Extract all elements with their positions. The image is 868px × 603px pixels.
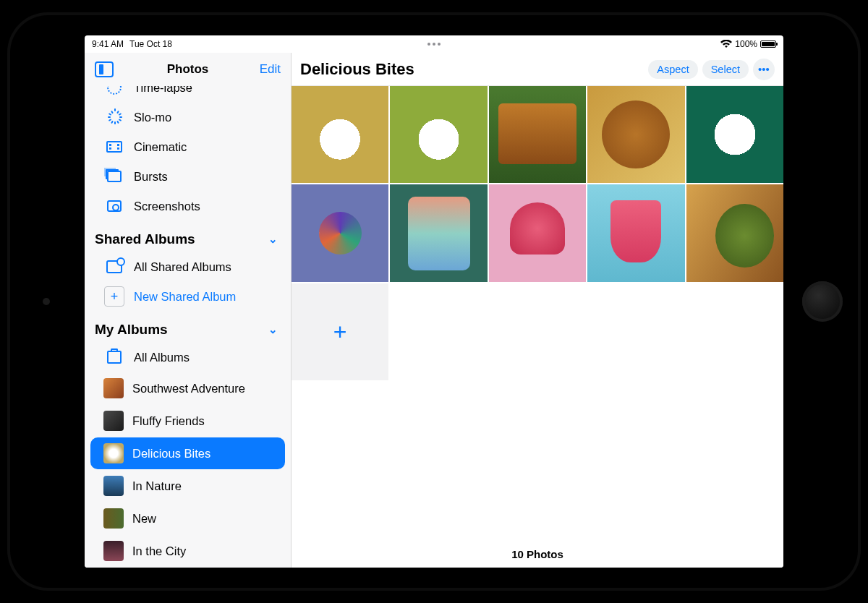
sidebar-item-new-shared[interactable]: + New Shared Album <box>90 282 285 311</box>
main-content: Delicious Bites Aspect Select ••• <box>292 53 783 568</box>
photo-tile[interactable] <box>587 184 684 281</box>
chevron-down-icon: ⌄ <box>268 233 278 246</box>
section-label: My Albums <box>95 322 168 338</box>
sidebar-item-label: Screenshots <box>134 200 200 213</box>
sidebar-item-label: Southwest Adventure <box>132 382 245 395</box>
my-albums-header[interactable]: My Albums ⌄ <box>85 312 291 342</box>
shared-albums-icon <box>106 260 122 273</box>
battery-percent: 100% <box>735 39 757 49</box>
sidebar-item-cinematic[interactable]: Cinematic <box>90 132 285 161</box>
edit-button[interactable]: Edit <box>260 62 281 77</box>
sidebar-header: Photos Edit <box>85 53 291 86</box>
cinematic-icon <box>106 141 122 153</box>
status-date: Tue Oct 18 <box>129 39 172 49</box>
album-thumbnail <box>103 476 124 496</box>
album-thumbnail <box>103 541 124 561</box>
chevron-down-icon: ⌄ <box>268 323 278 336</box>
photo-count: 10 Photos <box>292 538 783 568</box>
photos-app: Photos Edit Time-lapse <box>85 53 783 568</box>
sidebar-item-label: All Albums <box>134 351 190 364</box>
screenshots-icon <box>107 200 122 212</box>
photo-tile[interactable] <box>686 184 783 281</box>
photo-tile[interactable] <box>292 86 388 183</box>
sidebar-item-album-nature[interactable]: In Nature <box>90 470 285 502</box>
plus-icon: + <box>104 286 124 307</box>
photo-tile[interactable] <box>587 86 684 183</box>
aspect-button[interactable]: Aspect <box>648 60 697 79</box>
sidebar-item-slomo[interactable]: Slo-mo <box>90 103 285 132</box>
sidebar: Photos Edit Time-lapse <box>85 53 292 568</box>
sidebar-item-label: New <box>132 512 156 526</box>
sidebar-item-all-albums[interactable]: All Albums <box>90 343 285 372</box>
plus-icon: + <box>333 319 347 346</box>
multitask-dots[interactable] <box>427 43 441 46</box>
more-button[interactable]: ••• <box>753 59 775 80</box>
select-button[interactable]: Select <box>702 60 749 79</box>
photo-tile[interactable] <box>489 86 586 183</box>
screen: 9:41 AM Tue Oct 18 100% Photos <box>85 35 783 568</box>
sidebar-item-album-southwest[interactable]: Southwest Adventure <box>90 372 285 404</box>
add-photo-tile[interactable]: + <box>292 283 388 380</box>
photo-tile[interactable] <box>292 184 388 281</box>
photo-tile[interactable] <box>686 86 783 183</box>
sidebar-item-album-city[interactable]: In the City <box>90 535 285 567</box>
sidebar-item-timelapse[interactable]: Time-lapse <box>90 86 285 102</box>
bursts-icon <box>107 171 122 182</box>
slomo-icon <box>107 110 122 124</box>
sidebar-item-screenshots[interactable]: Screenshots <box>90 192 285 221</box>
sidebar-item-label: In the City <box>132 544 186 558</box>
sidebar-item-label: Time-lapse <box>134 86 192 95</box>
sidebar-item-label: Bursts <box>134 170 168 184</box>
sidebar-item-label: Fluffy Friends <box>132 414 205 428</box>
photo-grid: + <box>292 86 783 380</box>
photo-tile[interactable] <box>489 184 586 281</box>
photo-tile[interactable] <box>390 184 487 281</box>
sidebar-item-all-shared[interactable]: All Shared Albums <box>90 252 285 281</box>
ipad-frame: 9:41 AM Tue Oct 18 100% Photos <box>7 12 861 591</box>
status-time: 9:41 AM <box>92 39 124 49</box>
sidebar-item-album-new[interactable]: New <box>90 502 285 534</box>
album-thumbnail <box>103 508 124 529</box>
shared-albums-header[interactable]: Shared Albums ⌄ <box>85 221 291 252</box>
sidebar-title: Photos <box>167 62 209 77</box>
sidebar-item-label: Cinematic <box>134 140 187 154</box>
sidebar-item-bursts[interactable]: Bursts <box>90 162 285 191</box>
status-bar: 9:41 AM Tue Oct 18 100% <box>85 35 783 53</box>
sidebar-item-label: All Shared Albums <box>134 260 231 274</box>
sidebar-item-label: Delicious Bites <box>132 447 210 461</box>
bezel-left <box>7 12 85 591</box>
sidebar-toggle-icon[interactable] <box>95 61 114 77</box>
album-thumbnail <box>103 443 124 463</box>
album-thumbnail <box>103 378 124 398</box>
main-header: Delicious Bites Aspect Select ••• <box>292 53 783 86</box>
sidebar-item-album-fluffy[interactable]: Fluffy Friends <box>90 405 285 437</box>
sidebar-item-label: New Shared Album <box>134 290 236 304</box>
section-label: Shared Albums <box>95 231 195 247</box>
all-albums-icon <box>107 351 122 364</box>
front-camera <box>43 298 50 305</box>
album-thumbnail <box>103 411 124 431</box>
bezel-right <box>783 12 861 591</box>
album-title: Delicious Bites <box>300 60 414 79</box>
battery-icon <box>760 40 776 48</box>
wifi-icon <box>720 40 732 51</box>
sidebar-item-label: In Nature <box>132 479 182 493</box>
home-button[interactable] <box>802 281 843 322</box>
sidebar-scroll[interactable]: Time-lapse <box>85 86 291 568</box>
ellipsis-icon: ••• <box>758 63 770 75</box>
sidebar-item-album-delicious[interactable]: Delicious Bites <box>90 437 285 469</box>
timelapse-icon <box>107 86 122 95</box>
photo-tile[interactable] <box>390 86 487 183</box>
sidebar-item-label: Slo-mo <box>134 111 171 124</box>
